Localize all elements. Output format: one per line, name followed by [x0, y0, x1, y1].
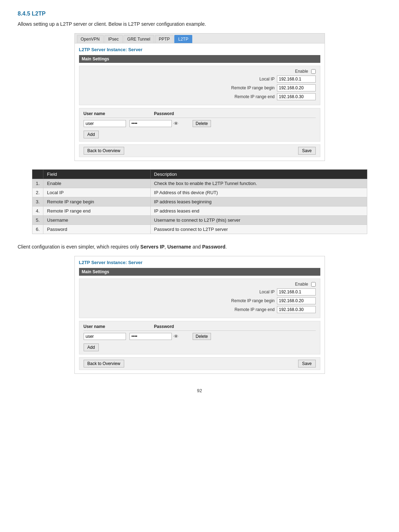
table-header-field: Field [43, 170, 150, 179]
panel1: OpenVPN IPsec GRE Tunnel PPTP L2TP L2TP … [74, 33, 325, 161]
remote-end-input-1[interactable] [277, 93, 316, 100]
add-button-2[interactable]: Add [84, 343, 99, 351]
table-cell-desc: Username to connect to L2TP (this) serve… [150, 216, 367, 225]
enable-row-1: Enable [84, 69, 316, 74]
add-button-1[interactable]: Add [84, 131, 99, 138]
table-header-desc: Description [150, 170, 367, 179]
user-table-row-1: 👁 Delete [84, 120, 316, 127]
remote-begin-row-1: Remote IP range begin [84, 84, 316, 91]
enable-label-1: Enable [252, 69, 308, 74]
table-header-num [32, 170, 43, 179]
tab-openvpn[interactable]: OpenVPN [77, 35, 104, 43]
user-table-header-2: User name Password [84, 324, 316, 331]
user-table-section-1: User name Password 👁 Delete Add [79, 108, 320, 142]
table-row: 3. Remote IP range begin IP address leas… [32, 197, 367, 207]
col-username-header-1: User name [84, 111, 154, 116]
client-bold3: Password [202, 244, 225, 250]
col-password-header-2: Password [154, 324, 316, 329]
remote-end-label-2: Remote IP range end [218, 307, 275, 312]
remote-end-row-1: Remote IP range end [84, 93, 316, 100]
main-settings-form-2: Enable Local IP Remote IP range begin Re… [79, 279, 320, 318]
enable-row-2: Enable [84, 282, 316, 287]
local-ip-input-1[interactable] [277, 76, 316, 83]
remote-end-input-2[interactable] [277, 306, 316, 313]
table-row: 6. Password Password to connect to L2TP … [32, 225, 367, 234]
tab-ipsec[interactable]: IPsec [104, 35, 123, 43]
table-cell-desc: Check the box to enable the L2TP Tunnel … [150, 179, 367, 188]
table-row: 5. Username Username to connect to L2TP … [32, 216, 367, 225]
password-input-1[interactable] [129, 120, 172, 127]
instance-title-2: L2TP Server Instance: Server [79, 260, 320, 265]
table-row: 1. Enable Check the box to enable the L2… [32, 179, 367, 188]
pass-wrap-1: 👁 [129, 120, 179, 127]
user-table-section-2: User name Password 👁 Delete Add [79, 321, 320, 354]
client-text-mid2: and [191, 244, 202, 250]
remote-end-label-1: Remote IP range end [218, 94, 275, 99]
delete-button-1[interactable]: Delete [193, 120, 211, 127]
local-ip-label-1: Local IP [218, 77, 275, 82]
intro-text: Allows setting up a L2TP server or clien… [18, 21, 381, 27]
back-button-1[interactable]: Back to Overview [84, 147, 124, 155]
remote-begin-row-2: Remote IP range begin [84, 297, 316, 304]
table-cell-desc: Password to connect to L2TP server [150, 225, 367, 234]
tab-bar: OpenVPN IPsec GRE Tunnel PPTP L2TP [75, 34, 325, 43]
back-button-2[interactable]: Back to Overview [84, 360, 124, 367]
table-row: 2. Local IP IP Address of this device (R… [32, 188, 367, 197]
enable-checkbox-1[interactable] [311, 69, 316, 74]
panel2: L2TP Server Instance: Server Main Settin… [74, 256, 325, 374]
table-cell-desc: IP address leases beginning [150, 197, 367, 207]
main-settings-header-1: Main Settings [79, 55, 320, 63]
client-bold1: Servers IP [140, 244, 165, 250]
page-number: 92 [18, 388, 381, 393]
local-ip-label-2: Local IP [218, 289, 275, 294]
table-cell-num: 6. [32, 225, 43, 234]
client-text-mid1: , [164, 244, 167, 250]
client-bold2: Username [167, 244, 191, 250]
panel2-footer: Back to Overview Save [79, 357, 320, 370]
pass-wrap-2: 👁 [129, 333, 179, 340]
username-input-2[interactable] [84, 333, 126, 340]
table-cell-num: 5. [32, 216, 43, 225]
save-button-1[interactable]: Save [298, 147, 315, 155]
tab-gre-tunnel[interactable]: GRE Tunnel [123, 35, 154, 43]
client-text-before: Client configuration is even simpler, wh… [18, 244, 140, 250]
table-cell-field: Remote IP range end [43, 207, 150, 216]
user-table-header-1: User name Password [84, 111, 316, 118]
table-cell-field: Enable [43, 179, 150, 188]
client-config-text: Client configuration is even simpler, wh… [18, 244, 381, 250]
table-cell-num: 2. [32, 188, 43, 197]
password-input-2[interactable] [129, 333, 172, 340]
col-password-header-1: Password [154, 111, 316, 116]
username-input-1[interactable] [84, 120, 126, 127]
local-ip-input-2[interactable] [277, 288, 316, 295]
table-cell-desc: IP address leases end [150, 207, 367, 216]
tab-pptp[interactable]: PPTP [155, 35, 174, 43]
delete-button-2[interactable]: Delete [193, 333, 211, 340]
section-title: 8.4.5 L2TP [18, 11, 381, 17]
tab-l2tp[interactable]: L2TP [174, 35, 192, 43]
remote-begin-label-1: Remote IP range begin [218, 85, 275, 90]
table-cell-field: Password [43, 225, 150, 234]
enable-checkbox-2[interactable] [311, 282, 316, 287]
main-settings-form-1: Enable Local IP Remote IP range begin Re… [79, 66, 320, 105]
local-ip-row-2: Local IP [84, 288, 316, 295]
remote-begin-input-1[interactable] [277, 84, 316, 91]
remote-begin-label-2: Remote IP range begin [218, 298, 275, 303]
table-cell-field: Username [43, 216, 150, 225]
user-table-row-2: 👁 Delete [84, 333, 316, 340]
panel1-footer: Back to Overview Save [79, 144, 320, 157]
description-table: Field Description 1. Enable Check the bo… [32, 169, 367, 234]
eye-icon-2[interactable]: 👁 [174, 334, 179, 339]
table-cell-num: 3. [32, 197, 43, 207]
remote-begin-input-2[interactable] [277, 297, 316, 304]
panel1-content: L2TP Server Instance: Server Main Settin… [75, 43, 325, 161]
table-cell-num: 4. [32, 207, 43, 216]
table-cell-num: 1. [32, 179, 43, 188]
table-cell-desc: IP Address of this device (RUT) [150, 188, 367, 197]
table-row: 4. Remote IP range end IP address leases… [32, 207, 367, 216]
col-username-header-2: User name [84, 324, 154, 329]
panel2-content: L2TP Server Instance: Server Main Settin… [75, 256, 325, 373]
eye-icon-1[interactable]: 👁 [174, 121, 179, 126]
save-button-2[interactable]: Save [298, 360, 315, 367]
local-ip-row-1: Local IP [84, 76, 316, 83]
